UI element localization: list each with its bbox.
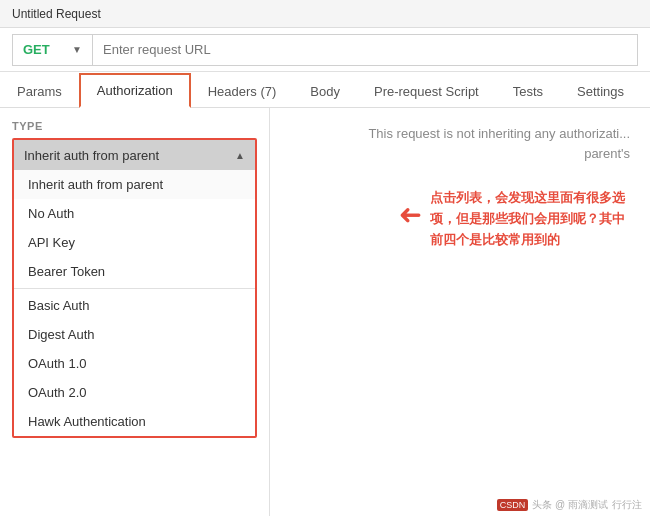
dropdown-item-oauth1[interactable]: OAuth 1.0 <box>14 349 255 378</box>
dropdown-item-hawk-auth[interactable]: Hawk Authentication <box>14 407 255 436</box>
dropdown-item-oauth2[interactable]: OAuth 2.0 <box>14 378 255 407</box>
tab-headers[interactable]: Headers (7) <box>191 75 294 108</box>
url-bar: GET ▼ <box>0 28 650 72</box>
watermark: CSDN 头条 @ 雨滴测试 行行注 <box>497 498 642 512</box>
dropdown-item-api-key[interactable]: API Key <box>14 228 255 257</box>
tab-params[interactable]: Params <box>0 75 79 108</box>
method-select[interactable]: GET ▼ <box>12 34 92 66</box>
annotation-text: 点击列表，会发现这里面有很多选项，但是那些我们会用到呢？其中前四个是比较常用到的 <box>430 188 630 250</box>
type-label: TYPE <box>12 120 257 132</box>
watermark-logo: CSDN <box>497 499 529 511</box>
method-label: GET <box>23 42 50 57</box>
tabs-bar: Params Authorization Headers (7) Body Pr… <box>0 72 650 108</box>
red-arrow-icon: ➜ <box>399 198 422 231</box>
dropdown-item-inherit-auth[interactable]: Inherit auth from parent <box>14 170 255 199</box>
tab-settings[interactable]: Settings <box>560 75 641 108</box>
dropdown-list: Inherit auth from parent No Auth API Key… <box>14 170 255 436</box>
annotation-box: ➜ 点击列表，会发现这里面有很多选项，但是那些我们会用到呢？其中前四个是比较常用… <box>399 188 630 250</box>
watermark-author: 头条 @ 雨滴测试 <box>532 498 608 512</box>
dropdown-item-basic-auth[interactable]: Basic Auth <box>14 291 255 320</box>
tab-tests[interactable]: Tests <box>496 75 560 108</box>
auth-type-dropdown[interactable]: Inherit auth from parent ▲ Inherit auth … <box>12 138 257 438</box>
title-bar: Untitled Request <box>0 0 650 28</box>
dropdown-selected[interactable]: Inherit auth from parent ▲ <box>14 140 255 170</box>
watermark-suffix: 行行注 <box>612 498 642 512</box>
info-text: This request is not inheriting any autho… <box>350 124 630 163</box>
left-panel: TYPE Inherit auth from parent ▲ Inherit … <box>0 108 270 516</box>
dropdown-item-bearer-token[interactable]: Bearer Token <box>14 257 255 286</box>
method-arrow-icon: ▼ <box>72 44 82 55</box>
right-panel: This request is not inheriting any autho… <box>270 108 650 516</box>
dropdown-divider <box>14 288 255 289</box>
dropdown-item-digest-auth[interactable]: Digest Auth <box>14 320 255 349</box>
main-content: TYPE Inherit auth from parent ▲ Inherit … <box>0 108 650 516</box>
tab-authorization[interactable]: Authorization <box>79 73 191 108</box>
dropdown-arrow-up-icon: ▲ <box>235 150 245 161</box>
tab-body[interactable]: Body <box>293 75 357 108</box>
dropdown-item-no-auth[interactable]: No Auth <box>14 199 255 228</box>
tab-pre-request-script[interactable]: Pre-request Script <box>357 75 496 108</box>
selected-value-label: Inherit auth from parent <box>24 148 159 163</box>
url-input[interactable] <box>92 34 638 66</box>
window-title: Untitled Request <box>12 7 101 21</box>
